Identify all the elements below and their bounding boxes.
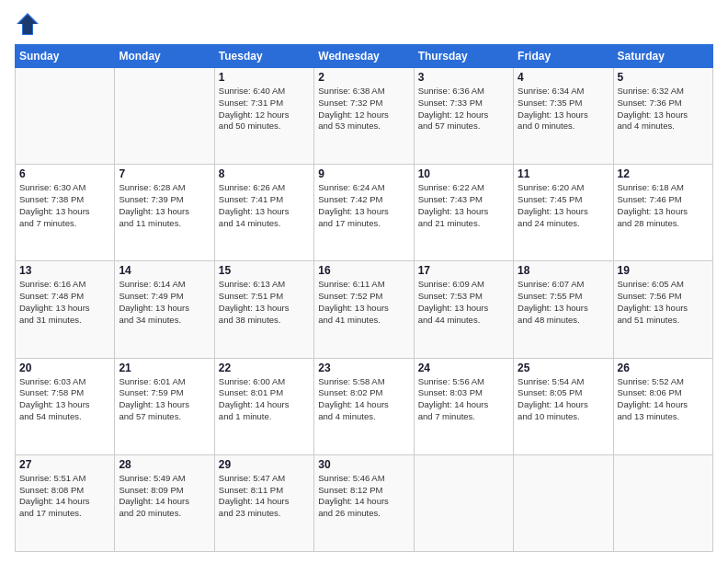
day-info: Sunrise: 6:13 AM Sunset: 7:51 PM Dayligh… <box>219 279 310 326</box>
day-number: 17 <box>418 264 509 277</box>
calendar-cell: 9Sunrise: 6:24 AM Sunset: 7:42 PM Daylig… <box>314 165 414 261</box>
day-info: Sunrise: 6:32 AM Sunset: 7:36 PM Dayligh… <box>618 86 709 132</box>
calendar-cell: 21Sunrise: 6:01 AM Sunset: 7:59 PM Dayli… <box>115 358 214 454</box>
day-number: 28 <box>119 458 210 471</box>
day-info: Sunrise: 6:00 AM Sunset: 8:01 PM Dayligh… <box>219 376 310 423</box>
calendar-cell: 8Sunrise: 6:26 AM Sunset: 7:41 PM Daylig… <box>214 165 313 261</box>
page: SundayMondayTuesdayWednesdayThursdayFrid… <box>0 0 728 563</box>
calendar-cell: 1Sunrise: 6:40 AM Sunset: 7:31 PM Daylig… <box>214 68 313 165</box>
calendar-cell: 23Sunrise: 5:58 AM Sunset: 8:02 PM Dayli… <box>314 358 414 454</box>
calendar-cell: 6Sunrise: 6:30 AM Sunset: 7:38 PM Daylig… <box>16 165 115 261</box>
day-number: 26 <box>618 362 709 374</box>
day-number: 13 <box>19 264 110 277</box>
calendar-cell <box>514 454 613 551</box>
calendar-cell: 30Sunrise: 5:46 AM Sunset: 8:12 PM Dayli… <box>314 454 414 551</box>
day-info: Sunrise: 5:54 AM Sunset: 8:05 PM Dayligh… <box>518 376 609 423</box>
day-info: Sunrise: 6:34 AM Sunset: 7:35 PM Dayligh… <box>518 86 609 132</box>
calendar-week-row: 13Sunrise: 6:16 AM Sunset: 7:48 PM Dayli… <box>16 261 713 358</box>
logo <box>15 11 44 37</box>
weekday-header-cell: Monday <box>115 45 214 68</box>
day-info: Sunrise: 5:52 AM Sunset: 8:06 PM Dayligh… <box>618 376 709 423</box>
day-info: Sunrise: 5:47 AM Sunset: 8:11 PM Dayligh… <box>219 473 310 520</box>
day-info: Sunrise: 6:11 AM Sunset: 7:52 PM Dayligh… <box>318 279 409 326</box>
day-number: 18 <box>518 264 609 277</box>
day-number: 3 <box>418 71 509 84</box>
day-number: 27 <box>19 458 110 471</box>
day-info: Sunrise: 5:56 AM Sunset: 8:03 PM Dayligh… <box>418 376 509 423</box>
calendar-cell <box>16 68 115 165</box>
day-number: 20 <box>19 362 110 374</box>
calendar-cell: 29Sunrise: 5:47 AM Sunset: 8:11 PM Dayli… <box>214 454 313 551</box>
calendar-cell: 7Sunrise: 6:28 AM Sunset: 7:39 PM Daylig… <box>115 165 214 261</box>
calendar-cell: 15Sunrise: 6:13 AM Sunset: 7:51 PM Dayli… <box>214 261 313 358</box>
day-number: 1 <box>219 71 310 84</box>
day-number: 8 <box>219 167 310 180</box>
calendar-cell: 28Sunrise: 5:49 AM Sunset: 8:09 PM Dayli… <box>115 454 214 551</box>
calendar-cell <box>115 68 214 165</box>
logo-icon <box>15 11 40 37</box>
day-info: Sunrise: 6:38 AM Sunset: 7:32 PM Dayligh… <box>318 86 409 132</box>
day-info: Sunrise: 6:40 AM Sunset: 7:31 PM Dayligh… <box>219 86 310 132</box>
calendar-cell: 18Sunrise: 6:07 AM Sunset: 7:55 PM Dayli… <box>514 261 613 358</box>
day-info: Sunrise: 6:14 AM Sunset: 7:49 PM Dayligh… <box>119 279 210 326</box>
weekday-header-cell: Sunday <box>16 45 115 68</box>
day-number: 23 <box>318 362 409 374</box>
calendar-cell: 5Sunrise: 6:32 AM Sunset: 7:36 PM Daylig… <box>613 68 712 165</box>
day-number: 19 <box>618 264 709 277</box>
day-number: 16 <box>318 264 409 277</box>
day-number: 12 <box>618 167 709 180</box>
day-info: Sunrise: 6:22 AM Sunset: 7:43 PM Dayligh… <box>418 182 509 229</box>
day-number: 11 <box>518 167 609 180</box>
day-number: 4 <box>518 71 609 84</box>
calendar-cell <box>613 454 712 551</box>
calendar-cell: 20Sunrise: 6:03 AM Sunset: 7:58 PM Dayli… <box>16 358 115 454</box>
calendar-cell: 4Sunrise: 6:34 AM Sunset: 7:35 PM Daylig… <box>514 68 613 165</box>
calendar-cell: 10Sunrise: 6:22 AM Sunset: 7:43 PM Dayli… <box>414 165 513 261</box>
calendar-cell: 25Sunrise: 5:54 AM Sunset: 8:05 PM Dayli… <box>514 358 613 454</box>
day-info: Sunrise: 5:49 AM Sunset: 8:09 PM Dayligh… <box>119 473 210 520</box>
day-number: 30 <box>318 458 409 471</box>
calendar-cell: 19Sunrise: 6:05 AM Sunset: 7:56 PM Dayli… <box>613 261 712 358</box>
calendar-cell: 2Sunrise: 6:38 AM Sunset: 7:32 PM Daylig… <box>314 68 414 165</box>
day-info: Sunrise: 6:03 AM Sunset: 7:58 PM Dayligh… <box>19 376 110 423</box>
day-info: Sunrise: 6:18 AM Sunset: 7:46 PM Dayligh… <box>618 182 709 229</box>
day-info: Sunrise: 5:58 AM Sunset: 8:02 PM Dayligh… <box>318 376 409 423</box>
calendar-week-row: 6Sunrise: 6:30 AM Sunset: 7:38 PM Daylig… <box>16 165 713 261</box>
header <box>15 11 713 37</box>
calendar-cell: 26Sunrise: 5:52 AM Sunset: 8:06 PM Dayli… <box>613 358 712 454</box>
weekday-header-cell: Saturday <box>613 45 712 68</box>
calendar-cell: 16Sunrise: 6:11 AM Sunset: 7:52 PM Dayli… <box>314 261 414 358</box>
day-number: 15 <box>219 264 310 277</box>
calendar-cell: 3Sunrise: 6:36 AM Sunset: 7:33 PM Daylig… <box>414 68 513 165</box>
day-info: Sunrise: 6:36 AM Sunset: 7:33 PM Dayligh… <box>418 86 509 132</box>
day-info: Sunrise: 6:24 AM Sunset: 7:42 PM Dayligh… <box>318 182 409 229</box>
day-number: 14 <box>119 264 210 277</box>
calendar-cell: 13Sunrise: 6:16 AM Sunset: 7:48 PM Dayli… <box>16 261 115 358</box>
calendar-cell: 14Sunrise: 6:14 AM Sunset: 7:49 PM Dayli… <box>115 261 214 358</box>
day-info: Sunrise: 6:28 AM Sunset: 7:39 PM Dayligh… <box>119 182 210 229</box>
day-info: Sunrise: 6:07 AM Sunset: 7:55 PM Dayligh… <box>518 279 609 326</box>
calendar-cell: 11Sunrise: 6:20 AM Sunset: 7:45 PM Dayli… <box>514 165 613 261</box>
day-info: Sunrise: 6:20 AM Sunset: 7:45 PM Dayligh… <box>518 182 609 229</box>
calendar-cell: 24Sunrise: 5:56 AM Sunset: 8:03 PM Dayli… <box>414 358 513 454</box>
day-number: 7 <box>119 167 210 180</box>
calendar-cell: 22Sunrise: 6:00 AM Sunset: 8:01 PM Dayli… <box>214 358 313 454</box>
weekday-header-cell: Friday <box>514 45 613 68</box>
svg-marker-1 <box>18 15 37 34</box>
day-number: 2 <box>318 71 409 84</box>
day-number: 9 <box>318 167 409 180</box>
day-info: Sunrise: 5:46 AM Sunset: 8:12 PM Dayligh… <box>318 473 409 520</box>
day-number: 10 <box>418 167 509 180</box>
weekday-header-row: SundayMondayTuesdayWednesdayThursdayFrid… <box>16 45 713 68</box>
weekday-header-cell: Thursday <box>414 45 513 68</box>
day-info: Sunrise: 6:01 AM Sunset: 7:59 PM Dayligh… <box>119 376 210 423</box>
calendar-week-row: 20Sunrise: 6:03 AM Sunset: 7:58 PM Dayli… <box>16 358 713 454</box>
day-info: Sunrise: 6:30 AM Sunset: 7:38 PM Dayligh… <box>19 182 110 229</box>
day-info: Sunrise: 6:09 AM Sunset: 7:53 PM Dayligh… <box>418 279 509 326</box>
day-number: 22 <box>219 362 310 374</box>
day-info: Sunrise: 5:51 AM Sunset: 8:08 PM Dayligh… <box>19 473 110 520</box>
calendar-table: SundayMondayTuesdayWednesdayThursdayFrid… <box>15 44 713 552</box>
day-info: Sunrise: 6:05 AM Sunset: 7:56 PM Dayligh… <box>618 279 709 326</box>
weekday-header-cell: Tuesday <box>214 45 313 68</box>
calendar-week-row: 1Sunrise: 6:40 AM Sunset: 7:31 PM Daylig… <box>16 68 713 165</box>
